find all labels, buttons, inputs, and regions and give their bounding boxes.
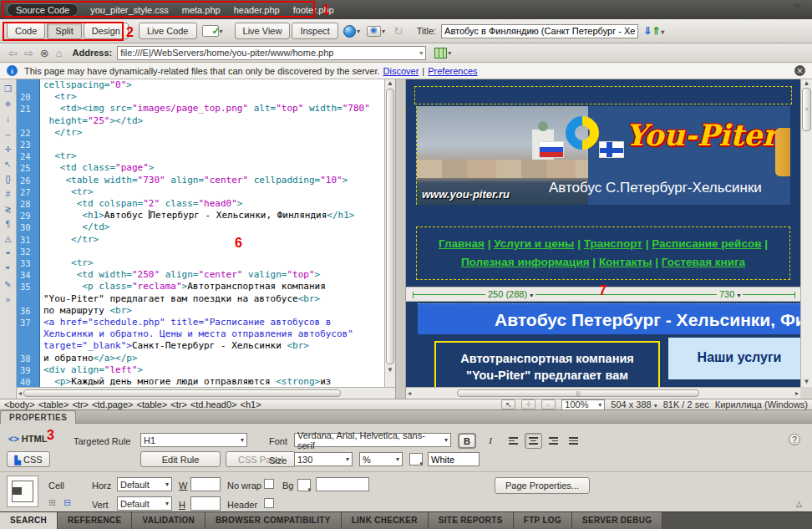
tag-selector-item[interactable]: <td.page> bbox=[92, 399, 134, 409]
zoom-tool-icon[interactable]: ⌕ bbox=[541, 399, 556, 409]
help-icon[interactable]: ? bbox=[789, 434, 800, 445]
code-editor[interactable]: cellspacing="0">20 <tr>21 <td><img src="… bbox=[17, 79, 384, 388]
edit-rule-button[interactable]: Edit Rule bbox=[140, 451, 221, 467]
line-numbers-icon[interactable]: # bbox=[2, 188, 15, 201]
code-line[interactable]: 37<a href="schedule.php" title="Расписан… bbox=[17, 317, 384, 328]
code-line[interactable]: 39<div align="left"> bbox=[17, 364, 384, 376]
magnification-select[interactable]: 100%▾ bbox=[561, 399, 605, 410]
horz-select[interactable]: Default▾ bbox=[117, 477, 172, 491]
results-tab-site-reports[interactable]: SITE REPORTS bbox=[429, 512, 514, 529]
targeted-rule-select[interactable]: H1▾ bbox=[140, 433, 247, 447]
site-nav-link[interactable]: Услуги и цены bbox=[494, 237, 574, 250]
code-line[interactable]: 25 <td class="page"> bbox=[17, 162, 384, 174]
check-browser-compatibility-icon[interactable]: ▾ bbox=[202, 25, 223, 37]
results-tab-link-checker[interactable]: LINK CHECKER bbox=[342, 512, 429, 529]
site-nav-link[interactable]: Расписание рейсов bbox=[652, 237, 761, 250]
hand-tool-icon[interactable]: ✛ bbox=[521, 399, 535, 409]
design-vertical-scrollbar[interactable]: ▲≡▼ bbox=[800, 79, 812, 387]
tag-selector-item[interactable]: <tr> bbox=[170, 399, 187, 409]
balance-braces-icon[interactable]: {} bbox=[2, 173, 15, 186]
code-line[interactable]: Хельсинки и обратно. Цены и места отправ… bbox=[17, 328, 384, 340]
code-line[interactable]: 24 <tr> bbox=[17, 150, 384, 162]
code-line[interactable]: 26 <table width="730" align="center" cel… bbox=[17, 175, 384, 186]
collapse-selection-icon[interactable]: ⇔ bbox=[2, 128, 15, 140]
tag-selector-item[interactable]: <table> bbox=[137, 399, 168, 409]
close-infobar-icon[interactable]: ✕ bbox=[794, 65, 805, 76]
font-select[interactable]: Verdana, Arial, Helvetica, sans-serif▾ bbox=[294, 433, 451, 447]
apply-comment-icon[interactable]: ❝ bbox=[2, 248, 15, 261]
align-justify-button[interactable] bbox=[565, 433, 582, 449]
tag-selector-item[interactable]: <table> bbox=[38, 399, 69, 409]
results-tab-browser-compatibility[interactable]: BROWSER COMPATIBILITY bbox=[206, 512, 342, 529]
filter-icon[interactable] bbox=[792, 4, 804, 15]
bg-color-field[interactable] bbox=[316, 477, 369, 491]
code-line[interactable]: 23 bbox=[17, 139, 384, 150]
site-nav-link[interactable]: Контакты bbox=[599, 256, 652, 268]
site-nav-link[interactable]: Главная bbox=[439, 237, 485, 250]
code-line[interactable]: 32 bbox=[17, 246, 384, 257]
html-mode-button[interactable]: <>HTML bbox=[8, 434, 47, 444]
home-icon[interactable]: ⌂ bbox=[56, 47, 63, 59]
tag-selector-item[interactable]: <body> bbox=[4, 399, 35, 409]
code-view[interactable]: cellspacing="0">20 <tr>21 <td><img src="… bbox=[17, 79, 395, 399]
format-source-code-icon[interactable]: ✎ bbox=[2, 278, 15, 291]
preview-in-browser-icon[interactable]: ▾ bbox=[343, 25, 360, 38]
site-nav-link[interactable]: Гостевая книга bbox=[662, 256, 745, 268]
tag-selector-item[interactable]: <tr> bbox=[72, 399, 89, 409]
table-width-label-right[interactable]: 730 ▾ bbox=[717, 289, 743, 299]
code-line[interactable]: 38и обратно</a></p> bbox=[17, 353, 384, 364]
collapse-full-tag-icon[interactable]: ↕ bbox=[2, 113, 15, 125]
live-view-button[interactable]: Live View bbox=[235, 23, 291, 39]
code-line[interactable]: "You-Piter" предлагает вам поездки на ав… bbox=[17, 293, 384, 305]
text-color-swatch[interactable] bbox=[409, 453, 423, 465]
page-properties-button[interactable]: Page Properties... bbox=[495, 477, 590, 494]
code-line[interactable]: 21 <td><img src="images/page_top.png" al… bbox=[17, 103, 384, 114]
back-icon[interactable]: ⇦ bbox=[8, 47, 18, 59]
align-center-button[interactable] bbox=[525, 433, 542, 449]
address-dropdown-icon[interactable]: ▾ bbox=[419, 49, 423, 57]
results-tab-validation[interactable]: VALIDATION bbox=[132, 512, 206, 529]
properties-tab[interactable]: PROPERTIES bbox=[0, 410, 76, 424]
site-nav-link[interactable]: Полезная информация bbox=[461, 256, 590, 268]
size-unit-select[interactable]: %▾ bbox=[359, 452, 403, 466]
code-line[interactable]: 20 <tr> bbox=[17, 91, 384, 103]
vert-select[interactable]: Default▾ bbox=[117, 496, 172, 511]
bg-color-swatch[interactable] bbox=[297, 479, 311, 491]
code-line[interactable]: 28 <td colspan="2" class="head0"> bbox=[17, 198, 384, 210]
design-horizontal-scrollbar[interactable]: ◂|||▸ bbox=[406, 387, 800, 399]
select-parent-tag-icon[interactable]: ↖ bbox=[2, 158, 15, 170]
view-options-caret-icon[interactable]: ▾ bbox=[448, 49, 451, 57]
text-color-field[interactable] bbox=[428, 452, 480, 466]
tag-selector-item[interactable]: <td.head0> bbox=[190, 399, 237, 409]
tag-selector-item[interactable]: <h1> bbox=[241, 399, 261, 409]
live-code-button[interactable]: Live Code bbox=[139, 23, 197, 39]
highlight-invalid-code-icon[interactable]: ≷ bbox=[2, 203, 15, 216]
height-field[interactable] bbox=[190, 496, 221, 511]
italic-button[interactable]: I bbox=[481, 433, 500, 449]
code-line[interactable]: target="_blank">Санкт-Петербург - Хельси… bbox=[17, 340, 384, 352]
more-options-icon[interactable]: » bbox=[2, 293, 15, 306]
remove-comment-icon[interactable]: ❞ bbox=[2, 263, 15, 276]
results-tab-reference[interactable]: REFERENCE bbox=[58, 512, 132, 529]
code-line[interactable]: 35 <p class="reclama">Автотранспортная к… bbox=[17, 281, 384, 292]
code-line[interactable]: 34 <td width="250" align="center" valign… bbox=[17, 269, 384, 281]
code-line[interactable]: 36по маршруту <br> bbox=[17, 305, 384, 317]
split-cell-icon[interactable]: ⊟ bbox=[63, 497, 71, 508]
no-wrap-checkbox[interactable] bbox=[264, 479, 274, 489]
view-options-icon[interactable] bbox=[434, 48, 447, 58]
title-input[interactable] bbox=[441, 24, 638, 38]
design-view[interactable]: You-Piter Автобус С.Петербург-Хельсинки … bbox=[406, 79, 812, 399]
site-nav-link[interactable]: Транспорт bbox=[584, 237, 642, 250]
table-width-label-left[interactable]: 250 (288) ▾ bbox=[485, 289, 535, 299]
stop-icon[interactable]: ⊗ bbox=[40, 47, 49, 59]
discover-link[interactable]: Discover bbox=[383, 66, 419, 76]
file-management-icon[interactable]: ⇓⇑▾ bbox=[643, 25, 664, 37]
code-line[interactable]: 29 <h1>Автобус Петербург - Хельсинки, Фи… bbox=[17, 210, 384, 221]
syntax-error-alerts-icon[interactable]: ⚠ bbox=[2, 233, 15, 246]
align-right-button[interactable] bbox=[545, 433, 562, 449]
code-line[interactable]: 31 </tr> bbox=[17, 234, 384, 246]
code-line[interactable]: 22 </tr> bbox=[17, 127, 384, 139]
results-tab-ftp-log[interactable]: FTP LOG bbox=[514, 512, 572, 529]
address-input[interactable] bbox=[120, 48, 419, 58]
code-line[interactable]: 33 <tr> bbox=[17, 257, 384, 269]
